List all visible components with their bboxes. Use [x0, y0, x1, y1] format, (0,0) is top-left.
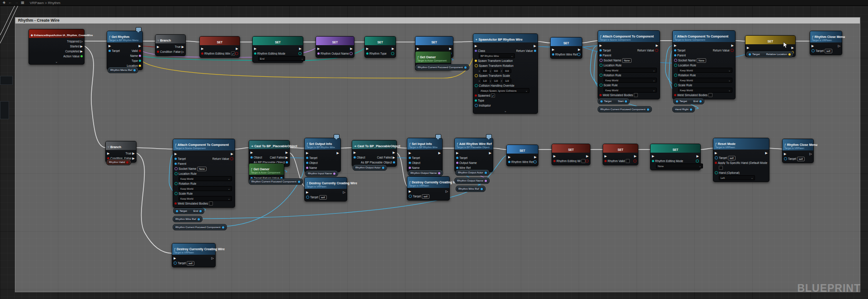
exec-pin[interactable]: ▶: [439, 151, 441, 154]
set-output-name-1[interactable]: SET▶▶Rhythm Output Name: [316, 36, 354, 58]
comment-bubble-icon[interactable]: [486, 134, 492, 139]
object-pin[interactable]: [699, 100, 702, 103]
reset-mode[interactable]: ƒReset ModeTarget is VRPawn▶▶TargetselfA…: [713, 138, 769, 182]
class-pin[interactable]: [475, 50, 477, 52]
checkbox[interactable]: [719, 166, 723, 170]
bool-pin[interactable]: [475, 94, 477, 97]
pill-rhythm-menu-ref[interactable]: Rhythm Menu Ref: [108, 67, 138, 73]
object-pin[interactable]: [749, 53, 751, 56]
exec-pin[interactable]: ▶: [317, 47, 320, 50]
object-pin[interactable]: [222, 226, 224, 229]
dropdown[interactable]: Always Spawn, Ignore Collisions⌄: [479, 88, 529, 93]
exec-pin[interactable]: ▶: [534, 44, 536, 47]
object-pin[interactable]: [715, 156, 718, 159]
comment-bubble-icon[interactable]: [334, 134, 340, 139]
exec-pin[interactable]: ▶: [604, 154, 607, 158]
object-pin[interactable]: [456, 167, 458, 169]
exec-pin[interactable]: ▶: [201, 47, 203, 50]
checkbox[interactable]: ✓: [231, 51, 235, 56]
dropdown[interactable]: Keep World⌄: [678, 68, 732, 73]
exec-pin[interactable]: ▶: [765, 151, 768, 154]
collapse-chevron-icon[interactable]: ⌄: [473, 109, 538, 113]
exec-pin[interactable]: ▶: [306, 191, 308, 194]
exec-pin[interactable]: ▶: [107, 152, 109, 155]
enum-pin[interactable]: [254, 52, 256, 55]
checkbox[interactable]: [581, 159, 585, 163]
text-field[interactable]: self: [422, 194, 429, 199]
exec-pin[interactable]: ▶: [393, 151, 395, 154]
exec-pin[interactable]: ▶: [599, 44, 602, 47]
object-pin[interactable]: [599, 49, 602, 51]
pill-rcfc-1[interactable]: Rhythm Current Focused Component: [415, 64, 469, 70]
vector-field[interactable]: 1.0: [492, 79, 500, 83]
exec-pin[interactable]: ▶: [489, 151, 491, 154]
exec-pin[interactable]: ▶: [254, 47, 256, 50]
pill-rcfc-3[interactable]: Rhythm Current Focused Component: [249, 178, 303, 185]
object-pin[interactable]: [481, 188, 483, 190]
bool-pin[interactable]: [674, 94, 676, 96]
close-menu-1[interactable]: ƒRhythm Close MenuTarget is VRPawn▶▷Targ…: [810, 31, 842, 55]
exec-pin[interactable]: ▶: [250, 151, 253, 154]
object-pin[interactable]: [176, 210, 178, 212]
text-field[interactable]: self: [187, 261, 194, 266]
vector-field[interactable]: 0.0: [503, 69, 511, 73]
object-pin[interactable]: [811, 49, 815, 52]
checkbox[interactable]: [634, 93, 638, 97]
bool-pin[interactable]: [715, 162, 717, 164]
pill-rhythm-valid[interactable]: Rhythm Valid: [106, 159, 131, 165]
object-pin[interactable]: [690, 108, 692, 111]
name-pin[interactable]: [599, 59, 603, 62]
set-editing-mode-1[interactable]: SET▶▶Rhythm Editing ModeEnd⌄: [252, 36, 303, 63]
enum-pin[interactable]: [175, 182, 178, 185]
name-pin[interactable]: [456, 162, 458, 164]
object-pin[interactable]: [175, 163, 177, 165]
enum-pin[interactable]: [674, 64, 677, 67]
exec-pin[interactable]: ▷: [838, 44, 840, 47]
enum-pin[interactable]: [652, 160, 654, 162]
text-field[interactable]: None: [622, 58, 632, 63]
close-menu-2[interactable]: ƒRhythm Close MenuTarget is VRPawn▶▷Targ…: [782, 139, 814, 163]
exec-pin[interactable]: ▶: [715, 151, 717, 154]
pill-wire-ref-a[interactable]: Rhythm Wire Ref: [456, 186, 486, 192]
bool-pin[interactable]: [139, 50, 141, 52]
exec-pin[interactable]: ▶: [132, 157, 135, 160]
bool-pin[interactable]: [655, 49, 658, 52]
set-wire-ref-1[interactable]: SET▶▶Rhythm Wire Ref: [550, 37, 582, 59]
bool-pin[interactable]: [585, 159, 589, 163]
enum-pin[interactable]: [715, 171, 718, 174]
enum-pin[interactable]: [366, 52, 368, 55]
object-pin[interactable]: [674, 49, 676, 51]
object-pin[interactable]: [133, 69, 136, 71]
pill-hand-right[interactable]: Hand Right: [672, 106, 695, 112]
set-output-info[interactable]: ƒSet Output InfoTarget is BP Rhythm Wire…: [304, 138, 341, 172]
exec-pin[interactable]: ▶: [409, 190, 411, 193]
checkbox[interactable]: [708, 93, 712, 97]
object-pin[interactable]: [676, 100, 678, 103]
comment-title[interactable]: Rhythm - Create Wire: [15, 18, 860, 23]
set-wire-ref-2[interactable]: SET▶▶Rhythm Wire Ref: [506, 145, 538, 166]
object-pin[interactable]: [534, 50, 536, 52]
object-pin[interactable]: [199, 210, 202, 212]
vector-field[interactable]: 1.0: [481, 79, 489, 83]
exec-pin[interactable]: ▶: [747, 46, 749, 49]
enum-pin[interactable]: [599, 74, 603, 77]
bool-pin[interactable]: [731, 49, 734, 52]
grid-icon[interactable]: ▦: [21, 1, 24, 5]
exec-pin[interactable]: ▶: [337, 151, 339, 154]
destroy-wire-1[interactable]: ƒDestroy Currently Creating WireTarget i…: [304, 177, 347, 201]
attach-2[interactable]: ƒAttach Component To ComponentTarget is …: [672, 30, 736, 99]
pill-wire-ref-b[interactable]: Rhythm Wire Ref: [173, 216, 203, 222]
pill-output-actor-2[interactable]: Rhythm Output Actor: [455, 169, 490, 176]
dropdown[interactable]: Keep World⌄: [604, 68, 657, 73]
object-pin[interactable]: [784, 157, 787, 160]
pill-output-name-2[interactable]: Rhythm Output Name: [454, 178, 490, 184]
dropdown[interactable]: Keep World⌄: [678, 88, 732, 93]
name-pin[interactable]: [409, 167, 411, 169]
exec-pin[interactable]: ▶: [697, 154, 699, 158]
dropdown[interactable]: None⌄: [656, 164, 703, 168]
exec-pin[interactable]: ▶: [811, 44, 814, 47]
text-field[interactable]: None: [697, 58, 706, 63]
object-pin[interactable]: [108, 50, 111, 52]
spawn-actor[interactable]: ✦SpawnActor BP Rhythm Wire▶▶ClassReturn …: [473, 33, 538, 114]
exec-pin[interactable]: ▷: [80, 40, 83, 43]
